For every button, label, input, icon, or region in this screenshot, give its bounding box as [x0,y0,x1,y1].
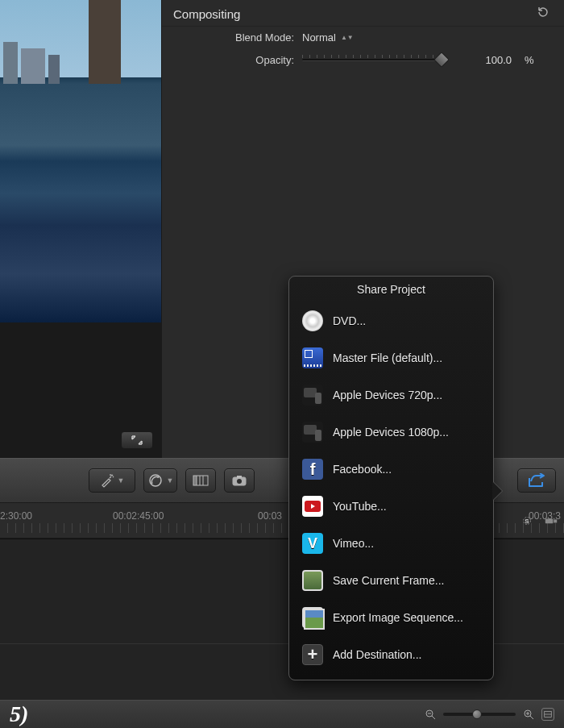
share-item-label: Facebook... [333,463,392,476]
seq-icon [302,607,323,628]
svg-text:S: S [525,518,529,525]
zoom-out-icon[interactable] [424,708,437,721]
share-item-master[interactable]: Master File (default)... [289,339,493,376]
zoom-slider[interactable] [443,713,516,716]
opacity-unit: % [525,54,534,66]
bottom-bar: 5) [0,700,564,728]
blend-mode-select[interactable]: Normal ▲▼ [302,31,354,44]
share-item-label: Apple Devices 720p... [333,389,442,401]
section-title: Compositing [173,7,537,21]
share-item-label: Apple Devices 1080p... [333,426,449,439]
yt-icon [302,496,323,517]
timecode: 00:03 [258,510,282,522]
svg-line-19 [530,716,533,719]
viewer-panel [0,0,161,458]
timecode: 2:30:00 [0,510,32,522]
share-button[interactable] [517,468,556,493]
share-item-label: Export Image Sequence... [333,611,463,624]
share-item-fb[interactable]: fFacebook... [289,451,493,488]
share-item-label: Vimeo... [333,537,374,550]
frame-icon [302,570,323,591]
share-item-devices[interactable]: Apple Devices 1080p... [289,414,493,451]
blend-mode-label: Blend Mode: [173,31,294,44]
step-number: 5) [10,701,28,727]
popover-title: Share Project [289,277,493,302]
share-item-label: Master File (default)... [333,352,442,364]
opacity-label: Opacity: [173,54,294,66]
opacity-value[interactable]: 100.0 [455,54,512,66]
chevron-down-icon: ▼ [118,476,125,485]
share-item-dvd[interactable]: DVD... [289,302,493,339]
share-item-vimeo[interactable]: VVimeo... [289,525,493,562]
chevron-down-icon: ▼ [167,476,174,485]
clip-appearance-button[interactable] [185,468,216,493]
share-item-yt[interactable]: YouTube... [289,488,493,525]
svg-rect-12 [554,519,557,522]
fullscreen-button[interactable] [121,431,153,449]
svg-point-8 [237,479,242,484]
share-item-add[interactable]: +Add Destination... [289,636,493,673]
svg-rect-2 [193,476,197,485]
retime-button[interactable]: ▼ [143,468,177,493]
clip-appearance-icon[interactable] [541,708,554,721]
svg-rect-11 [545,519,554,524]
share-item-label: Save Current Frame... [333,574,445,587]
preview-image [0,0,161,322]
svg-line-15 [432,716,435,719]
fb-icon: f [302,459,323,480]
blend-mode-value: Normal [302,31,336,44]
effects-button[interactable]: ▼ [89,468,135,493]
share-item-devices[interactable]: Apple Devices 720p... [289,376,493,414]
chevron-updown-icon: ▲▼ [341,35,354,40]
devices-icon [302,422,323,443]
snapshot-button[interactable] [224,468,255,493]
svg-rect-7 [237,476,242,478]
share-item-label: Add Destination... [333,648,422,661]
share-popover: Share Project DVD...Master File (default… [288,276,494,680]
opacity-slider[interactable] [302,53,447,66]
dvd-icon [302,310,323,331]
timecode: 00:02:45:00 [113,510,164,522]
master-icon [302,347,323,368]
share-item-label: DVD... [333,314,366,327]
zoom-in-icon[interactable] [522,708,535,721]
skimming-icon[interactable]: S [520,514,533,527]
blend-mode-row: Blend Mode: Normal ▲▼ [162,27,564,48]
share-item-label: YouTube... [333,500,387,513]
opacity-row: Opacity: 100.0 % [162,48,564,71]
snapping-icon[interactable] [545,514,558,527]
devices-icon [302,385,323,406]
reset-button[interactable] [537,6,553,21]
vimeo-icon: V [302,533,323,554]
share-item-frame[interactable]: Save Current Frame... [289,562,493,599]
add-icon: + [302,644,323,665]
share-item-seq[interactable]: Export Image Sequence... [289,599,493,636]
